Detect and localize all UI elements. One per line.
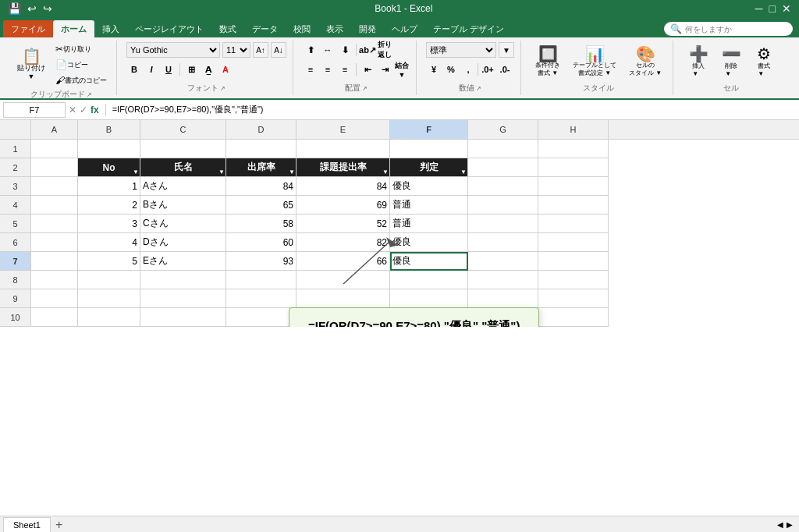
increase-indent-button[interactable]: ⇥ [377,62,392,77]
format-cells-button[interactable]: ⚙ 書式▼ [748,44,779,79]
cell-a6[interactable] [31,233,78,252]
cell-f9[interactable] [390,289,468,308]
cell-h10[interactable] [538,308,609,327]
cell-g5[interactable] [468,215,538,233]
cell-d3[interactable]: 84 [226,177,297,196]
formula-input[interactable] [112,102,796,118]
cell-a5[interactable] [31,215,78,233]
row-header-7[interactable]: 7 [0,252,31,271]
decrease-indent-button[interactable]: ⇤ [360,62,375,77]
italic-button[interactable]: I [144,62,159,77]
maximize-button[interactable]: □ [768,2,777,15]
name-box[interactable] [3,102,66,118]
orientation-button[interactable]: ab↗ [360,42,375,58]
cell-a7[interactable] [31,252,78,271]
bold-button[interactable]: B [126,62,142,77]
cell-a2[interactable] [31,158,78,177]
cell-b10[interactable] [78,308,140,327]
paste-button[interactable]: 📋 貼り付け▼ [12,47,50,83]
cell-h6[interactable] [538,233,609,252]
cell-c4[interactable]: Bさん [140,196,226,215]
col-header-g[interactable]: G [468,120,538,139]
tab-developer[interactable]: 開発 [351,20,384,37]
row-header-5[interactable]: 5 [0,215,31,233]
cell-d4[interactable]: 65 [226,196,297,215]
add-sheet-button[interactable]: + [52,518,66,532]
align-left-button[interactable]: ≡ [303,62,318,77]
cell-c6[interactable]: Dさん [140,233,226,252]
underline-button[interactable]: U [161,62,176,77]
row-header-2[interactable]: 2 [0,158,31,177]
scroll-left-button[interactable]: ◀ [777,520,783,529]
cell-g7[interactable] [468,252,538,271]
scroll-right-button[interactable]: ▶ [787,520,793,529]
cell-e1[interactable] [297,140,390,158]
col-header-c[interactable]: C [140,120,226,139]
cell-c3[interactable]: Aさん [140,177,226,196]
cell-a1[interactable] [31,140,78,158]
tab-help[interactable]: ヘルプ [384,20,425,37]
format-table-button[interactable]: 📊 テーブルとして書式設定 ▼ [568,44,621,78]
cell-g4[interactable] [468,196,538,215]
cell-h2[interactable] [538,158,609,177]
cell-d6[interactable]: 60 [226,233,297,252]
decrease-decimal-button[interactable]: .0- [497,62,513,77]
cell-b5[interactable]: 3 [78,215,140,233]
row-header-1[interactable]: 1 [0,140,31,158]
col-header-a[interactable]: A [31,120,78,139]
row-header-8[interactable]: 8 [0,271,31,289]
close-button[interactable]: ✕ [780,2,793,15]
cell-b4[interactable]: 2 [78,196,140,215]
cell-d8[interactable] [226,271,297,289]
align-middle-button[interactable]: ↔ [320,42,336,58]
align-right-button[interactable]: ≡ [337,62,353,77]
minimize-button[interactable]: ─ [754,2,765,15]
tab-insert[interactable]: 挿入 [94,20,127,37]
cell-a9[interactable] [31,289,78,308]
cell-e8[interactable] [297,271,390,289]
align-top-button[interactable]: ⬆ [303,42,318,58]
save-button[interactable]: 💾 [6,2,23,15]
tab-page-layout[interactable]: ページレイアウト [127,20,211,37]
percent-button[interactable]: % [443,62,459,77]
increase-font-size-button[interactable]: A↑ [253,42,268,58]
cell-h8[interactable] [538,271,609,289]
cell-h3[interactable] [538,177,609,196]
merge-center-button[interactable]: 結合▼ [394,62,410,77]
cell-c10[interactable] [140,308,226,327]
col-header-d[interactable]: D [226,120,297,139]
cell-f1[interactable] [390,140,468,158]
wrap-text-button[interactable]: 折り返し [377,42,392,58]
cell-c5[interactable]: Cさん [140,215,226,233]
cell-g2[interactable] [468,158,538,177]
cell-f8[interactable] [390,271,468,289]
cell-styles-button[interactable]: 🎨 セルのスタイル ▼ [624,44,666,78]
cell-a3[interactable] [31,177,78,196]
cell-c7[interactable]: Eさん [140,252,226,271]
cell-e6[interactable]: 82 [297,233,390,252]
tab-review[interactable]: 校閲 [286,20,318,37]
cell-f4[interactable]: 普通 [390,196,468,215]
cell-g3[interactable] [468,177,538,196]
cell-d5[interactable]: 58 [226,215,297,233]
cell-d7[interactable]: 93 [226,252,297,271]
cell-f2[interactable]: 判定 ▼ [390,158,468,177]
format-painter-button[interactable]: 🖌 書式のコピー [52,73,110,87]
row-header-9[interactable]: 9 [0,289,31,308]
cell-f5[interactable]: 普通 [390,215,468,233]
cell-e4[interactable]: 69 [297,196,390,215]
col-header-e[interactable]: E [297,120,390,139]
align-bottom-button[interactable]: ⬇ [337,42,353,58]
tab-data[interactable]: データ [244,20,286,37]
cell-c1[interactable] [140,140,226,158]
cell-d2[interactable]: 出席率 ▼ [226,158,297,177]
currency-button[interactable]: ¥ [426,62,442,77]
redo-button[interactable]: ↪ [41,2,54,15]
cell-g6[interactable] [468,233,538,252]
sheet-tab-sheet1[interactable]: Sheet1 [3,517,51,533]
cell-c2[interactable]: 氏名 ▼ [140,158,226,177]
cell-d9[interactable] [226,289,297,308]
cell-g9[interactable] [468,289,538,308]
align-center-button[interactable]: ≡ [320,62,336,77]
row-header-10[interactable]: 10 [0,308,31,327]
